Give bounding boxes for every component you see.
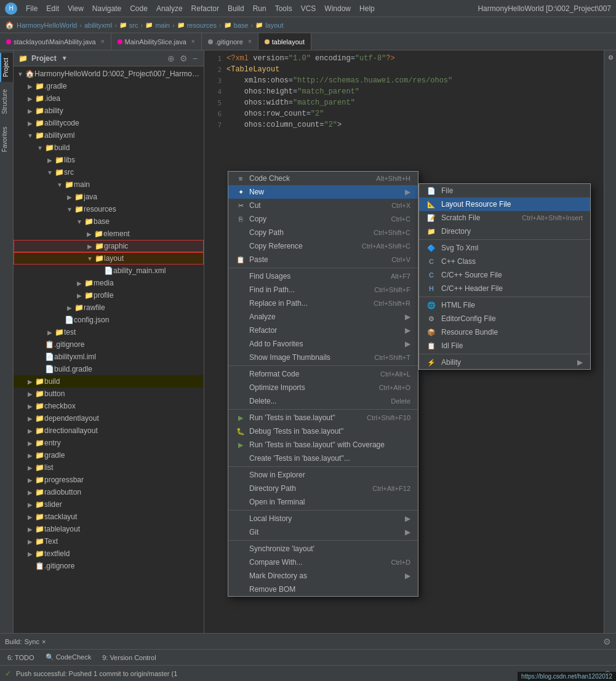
- tree-arrow-harmony[interactable]: ▼: [16, 71, 25, 78]
- tree-item-button[interactable]: ▶ 📁 button: [14, 388, 204, 400]
- right-sidebar-tab[interactable]: ⚙: [606, 50, 615, 65]
- toolbar-gear[interactable]: ⚙: [178, 54, 189, 63]
- tab-stacklayout[interactable]: stacklayout\MainAbility.java ×: [0, 33, 111, 50]
- ctx-copy[interactable]: ⎘ Copy Ctrl+C: [228, 212, 418, 226]
- tree-item-harmony[interactable]: ▼ 🏠 HarmonyHelloWorld D:\002_Project\007…: [14, 68, 204, 80]
- tree-arrow-text[interactable]: ▶: [26, 538, 34, 545]
- menu-build[interactable]: Build: [224, 3, 248, 14]
- tree-item-rawfile[interactable]: ▶ 📁 rawfile: [14, 301, 204, 314]
- ctx-dir-path[interactable]: Directory Path Ctrl+Alt+F12: [228, 482, 418, 495]
- menu-window[interactable]: Window: [321, 3, 354, 14]
- sub-scratch[interactable]: 📝 Scratch File Ctrl+Alt+Shift+Insert: [419, 211, 590, 225]
- ctx-reformat[interactable]: Reformat Code Ctrl+Alt+L: [228, 367, 418, 381]
- ctx-new[interactable]: ✦ New ▶: [228, 185, 418, 199]
- ctx-run-coverage[interactable]: ▶ Run 'Tests in 'base.layout'' with Cove…: [228, 438, 418, 452]
- toolbar-minimize[interactable]: −: [191, 54, 199, 63]
- tree-item-gitignore-root[interactable]: ▶ 📋 .gitignore: [14, 560, 204, 572]
- sub-html[interactable]: 🌐 HTML File: [419, 298, 590, 312]
- tree-item-build-abilityxml[interactable]: ▼ 📁 build: [14, 141, 204, 154]
- tree-item-slider[interactable]: ▶ 📁 slider: [14, 498, 204, 511]
- ctx-find-path[interactable]: Find in Path... Ctrl+Shift+F: [228, 283, 418, 297]
- ctx-analyze[interactable]: Analyze ▶: [228, 310, 418, 324]
- tree-arrow-profile[interactable]: ▶: [75, 292, 84, 299]
- tree-arrow-list[interactable]: ▶: [26, 464, 34, 471]
- menu-file[interactable]: File: [22, 3, 41, 14]
- menu-vcs[interactable]: VCS: [297, 3, 320, 14]
- tree-item-text[interactable]: ▶ 📁 Text: [14, 535, 204, 548]
- tree-item-abilitycode[interactable]: ▶ 📁 abilitycode: [14, 117, 204, 129]
- tree-item-build-root[interactable]: ▶ 📁 build: [14, 375, 204, 388]
- sub-layout-resource[interactable]: 📐 Layout Resource File: [419, 197, 590, 211]
- tree-item-tablelayout[interactable]: ▶ 📁 tablelayout: [14, 523, 204, 535]
- tree-item-config-json[interactable]: ▶ 📄 config.json: [14, 314, 204, 326]
- tree-arrow-checkbox[interactable]: ▶: [26, 403, 34, 410]
- menu-view[interactable]: View: [64, 3, 87, 14]
- tree-arrow-element[interactable]: ▶: [85, 231, 94, 237]
- tree-item-textfield[interactable]: ▶ 📁 textfield: [14, 548, 204, 560]
- breadcrumb-6[interactable]: layout: [265, 22, 283, 29]
- sub-cpp-header[interactable]: H C/C++ Header File: [419, 282, 590, 295]
- tree-item-layout[interactable]: ▼ 📁 layout: [14, 252, 204, 265]
- ctx-debug-tests[interactable]: 🐛 Debug 'Tests in 'base.layout'': [228, 424, 418, 438]
- tree-item-dependentlayout[interactable]: ▶ 📁 dependentlayout: [14, 412, 204, 424]
- sync-label[interactable]: Sync: [25, 638, 39, 645]
- sub-idl[interactable]: 📋 Idl File: [419, 339, 590, 352]
- tree-item-media[interactable]: ▶ 📁 media: [14, 277, 204, 289]
- tree-arrow-abilityxml[interactable]: ▼: [26, 132, 34, 139]
- tree-arrow-button[interactable]: ▶: [26, 391, 34, 397]
- project-panel-tab[interactable]: Project: [0, 53, 13, 82]
- ctx-remove-bom[interactable]: Remove BOM: [228, 583, 418, 596]
- tree-item-main[interactable]: ▼ 📁 main: [14, 178, 204, 191]
- bottom-tab-todo[interactable]: 6: TODO: [2, 651, 39, 664]
- toolbar-add[interactable]: ⊕: [166, 54, 176, 63]
- menu-run[interactable]: Run: [249, 3, 270, 14]
- tree-item-radiobutton[interactable]: ▶ 📁 radiobutton: [14, 486, 204, 498]
- tree-arrow-src[interactable]: ▼: [46, 169, 54, 176]
- tree-arrow-radiobutton[interactable]: ▶: [26, 489, 34, 496]
- tab-gitignore[interactable]: .gitignore ×: [202, 33, 258, 50]
- tab-close-git[interactable]: ×: [248, 38, 252, 45]
- tree-item-list[interactable]: ▶ 📁 list: [14, 461, 204, 474]
- tree-item-test[interactable]: ▶ 📁 test: [14, 326, 204, 338]
- tree-arrow-ability[interactable]: ▶: [26, 108, 34, 114]
- tree-item-progressbar[interactable]: ▶ 📁 progressbar: [14, 474, 204, 486]
- tree-item-abilityxml-iml[interactable]: ▶ 📄 abilityxml.iml: [14, 351, 204, 363]
- ctx-mark-dir[interactable]: Mark Directory as ▶: [228, 569, 418, 583]
- sub-cpp-source[interactable]: C C/C++ Source File: [419, 268, 590, 282]
- tree-arrow-slider[interactable]: ▶: [26, 501, 34, 508]
- breadcrumb-2[interactable]: src: [129, 22, 138, 29]
- tree-item-profile[interactable]: ▶ 📁 profile: [14, 289, 204, 301]
- tree-item-element[interactable]: ▶ 📁 element: [14, 228, 204, 240]
- tree-item-libs[interactable]: ▶ 📁 libs: [14, 154, 204, 166]
- ctx-create-tests[interactable]: Create 'Tests in 'base.layout''...: [228, 452, 418, 465]
- breadcrumb-0[interactable]: HarmonyHelloWorld: [17, 22, 77, 29]
- tab-close-stacklayout[interactable]: ×: [101, 38, 105, 45]
- ctx-compare[interactable]: Compare With... Ctrl+D: [228, 556, 418, 569]
- tree-item-idea[interactable]: ▶ 📁 .idea: [14, 92, 204, 105]
- build-gear-icon[interactable]: ⚙: [603, 637, 611, 647]
- ctx-paste[interactable]: 📋 Paste Ctrl+V: [228, 253, 418, 266]
- tree-item-gitignore-ability[interactable]: ▶ 📋 .gitignore: [14, 338, 204, 351]
- tab-tablelayout[interactable]: tablelayout: [258, 33, 311, 50]
- tree-item-ability[interactable]: ▶ 📁 ability: [14, 105, 204, 117]
- ctx-local-history[interactable]: Local History ▶: [228, 512, 418, 525]
- menu-tools[interactable]: Tools: [271, 3, 296, 14]
- tree-arrow-build-abilityxml[interactable]: ▼: [36, 145, 44, 151]
- ctx-open-terminal[interactable]: Open in Terminal: [228, 495, 418, 509]
- tree-item-build-gradle[interactable]: ▶ 📄 build.gradle: [14, 363, 204, 375]
- ctx-run-tests[interactable]: ▶ Run 'Tests in 'base.layout'' Ctrl+Shif…: [228, 411, 418, 424]
- breadcrumb-5[interactable]: base: [234, 22, 249, 29]
- tree-arrow-directionallayout[interactable]: ▶: [26, 428, 34, 434]
- favorites-panel-tab[interactable]: Favorites: [0, 122, 13, 157]
- ctx-code-check[interactable]: ≡ Code Check Alt+Shift+H: [228, 172, 418, 185]
- tree-item-checkbox[interactable]: ▶ 📁 checkbox: [14, 400, 204, 412]
- menu-navigate[interactable]: Navigate: [89, 3, 125, 14]
- sub-ability[interactable]: ⚡ Ability ▶: [419, 356, 590, 369]
- bottom-tab-vcs[interactable]: 9: Version Control: [97, 651, 161, 664]
- tree-arrow-java[interactable]: ▶: [65, 194, 74, 201]
- ctx-cut[interactable]: ✂ Cut Ctrl+X: [228, 199, 418, 212]
- ctx-sync[interactable]: Synchronize 'layout': [228, 542, 418, 556]
- tree-arrow-layout[interactable]: ▼: [86, 255, 94, 262]
- tree-item-abilityxml[interactable]: ▼ 📁 abilityxml: [14, 129, 204, 141]
- tree-arrow-progressbar[interactable]: ▶: [26, 477, 34, 484]
